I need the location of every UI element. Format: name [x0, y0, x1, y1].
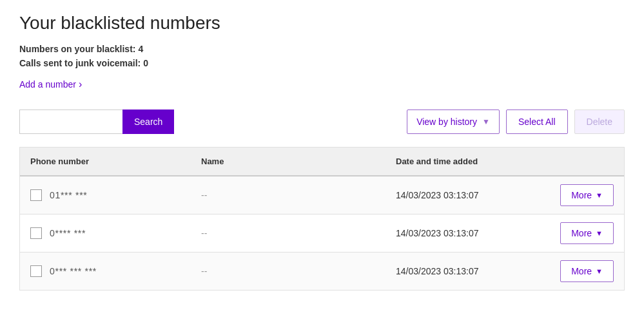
name-cell-2: -- — [191, 216, 385, 250]
search-input[interactable] — [19, 110, 122, 134]
row-checkbox-1[interactable] — [30, 189, 42, 201]
row-checkbox-2[interactable] — [30, 227, 42, 239]
blacklist-table: Phone number Name Date and time added 01… — [19, 147, 625, 291]
name-cell-3: -- — [191, 254, 385, 288]
action-cell-3: More ▼ — [547, 253, 624, 290]
blacklist-count-stat: Numbers on your blacklist: 4 — [19, 44, 625, 54]
table-header: Phone number Name Date and time added — [20, 148, 624, 176]
phone-cell-3: 0*** *** *** — [20, 254, 191, 289]
table-row: 0*** *** *** -- 14/03/2023 03:13:07 More… — [20, 253, 624, 291]
col-header-name: Name — [191, 148, 385, 175]
junk-count-stat: Calls sent to junk voicemail: 0 — [19, 58, 625, 68]
more-button-2[interactable]: More ▼ — [560, 222, 614, 244]
search-button[interactable]: Search — [122, 110, 174, 134]
add-number-link[interactable]: Add a number — [19, 79, 82, 90]
select-all-button[interactable]: Select All — [506, 110, 568, 134]
date-cell-3: 14/03/2023 03:13:07 — [385, 254, 547, 288]
toolbar: Search View by history ▼ Select All Dele… — [19, 110, 625, 134]
more-button-1[interactable]: More ▼ — [560, 184, 614, 206]
table-row: 0**** *** -- 14/03/2023 03:13:07 More ▼ — [20, 214, 624, 253]
chevron-down-icon: ▼ — [596, 229, 603, 237]
action-cell-2: More ▼ — [547, 214, 624, 252]
action-cell-1: More ▼ — [547, 176, 624, 214]
col-header-phone: Phone number — [20, 148, 191, 175]
page-title: Your blacklisted numbers — [19, 13, 625, 33]
date-cell-1: 14/03/2023 03:13:07 — [385, 178, 547, 212]
phone-number-3: 0*** *** *** — [50, 266, 97, 276]
phone-cell-1: 01*** *** — [20, 178, 191, 213]
search-area: Search — [19, 110, 174, 134]
chevron-down-icon: ▼ — [596, 267, 603, 275]
chevron-down-icon: ▼ — [482, 117, 490, 126]
phone-cell-2: 0**** *** — [20, 216, 191, 251]
phone-number-1: 01*** *** — [50, 190, 87, 200]
view-by-label: View by history — [416, 117, 477, 127]
phone-number-2: 0**** *** — [50, 228, 86, 238]
more-button-3[interactable]: More ▼ — [560, 260, 614, 282]
chevron-down-icon: ▼ — [596, 191, 603, 199]
col-header-action — [547, 148, 624, 175]
right-controls: View by history ▼ Select All Delete — [407, 110, 625, 134]
view-by-history-button[interactable]: View by history ▼ — [407, 110, 500, 134]
delete-button[interactable]: Delete — [574, 110, 625, 134]
date-cell-2: 14/03/2023 03:13:07 — [385, 216, 547, 250]
table-row: 01*** *** -- 14/03/2023 03:13:07 More ▼ — [20, 176, 624, 214]
col-header-date: Date and time added — [385, 148, 547, 175]
name-cell-1: -- — [191, 178, 385, 212]
row-checkbox-3[interactable] — [30, 265, 42, 277]
